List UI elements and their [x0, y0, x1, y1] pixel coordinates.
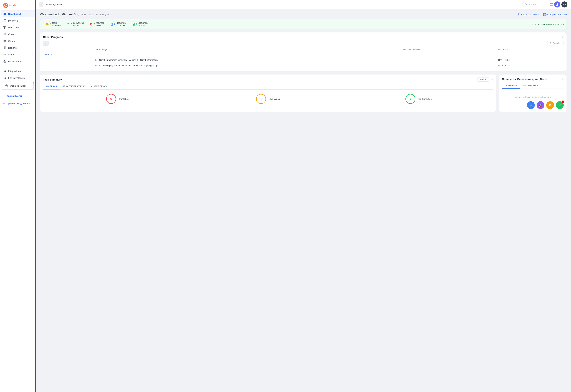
client-name[interactable]: Finance — [43, 52, 93, 57]
sidebar-item-clients[interactable]: Clients ▾ — [0, 31, 35, 38]
sidebar-item-integrations[interactable]: Integrations — [0, 68, 35, 74]
garage-icon — [3, 39, 6, 42]
svg-point-26 — [69, 23, 69, 24]
check-square-icon — [3, 19, 6, 22]
filter-icon — [45, 42, 47, 44]
pct-badge: 0% — [95, 65, 97, 67]
manage-icon — [543, 13, 546, 16]
this-week-label: This Week — [269, 98, 280, 100]
sidebar-item-garage[interactable]: Garage — [0, 38, 35, 44]
topbar-right: Search MB — [522, 1, 567, 7]
svg-point-10 — [5, 33, 6, 34]
refresh-icon[interactable]: ↻ — [561, 35, 564, 39]
comments-title: Comments, Discussions, and Notes — [502, 78, 547, 81]
chevron-down-icon: ▾ — [31, 33, 32, 35]
sidebar-item-reports[interactable]: Reports — [0, 44, 35, 51]
sidebar-item-mywork[interactable]: My Work ▾ — [0, 17, 35, 24]
refresh-icon[interactable]: ↻ — [491, 78, 493, 81]
cp-search[interactable]: Search... — [547, 41, 564, 45]
svg-rect-2 — [5, 13, 6, 14]
notif-doc-actions: 0 documentactions — [129, 21, 151, 28]
sidebar-item-governance[interactable]: Governance ▾ — [0, 58, 35, 65]
help-badge: 1 — [562, 100, 564, 103]
refresh-icon[interactable]: ↻ — [561, 77, 564, 81]
tab-discussions[interactable]: DISCUSSIONS — [520, 83, 541, 89]
last-action: Oct 4, 2024 — [497, 63, 564, 69]
sidebar-label-mywork: My Work — [8, 19, 18, 22]
due-date — [401, 63, 496, 69]
doc-check-icon — [132, 23, 135, 26]
notif-doc-review: 0 documentto review — [107, 21, 129, 28]
client-progress-table: Current Stage Workflow Due Date Last Act… — [43, 47, 564, 69]
main-area: ‹ Monday, October 7 Search MB — [36, 0, 571, 392]
due-date — [401, 57, 496, 63]
view-all-button[interactable]: View all — [477, 77, 489, 82]
svg-rect-20 — [543, 13, 544, 14]
sidebar-item-workflows[interactable]: Workflows — [0, 24, 35, 31]
updates-icon — [5, 84, 8, 87]
cp-search-label: Search... — [553, 42, 561, 44]
fab-lightning[interactable]: ⚡ — [527, 101, 535, 109]
client-progress-card: Client Progress ↻ Search... — [40, 32, 567, 71]
svg-rect-23 — [545, 14, 545, 15]
task-summary-header: Task Summary View all ↻ — [43, 77, 493, 82]
search-icon — [525, 3, 527, 6]
grid-icon — [3, 12, 6, 15]
svg-point-6 — [4, 26, 4, 27]
notif-coworking: 0 co-workinginvites — [64, 21, 87, 28]
sidebar-label-clients: Clients — [8, 33, 15, 36]
past-due-circle: 0 — [106, 94, 116, 104]
sidebar-item-developers[interactable]: For Developers — [0, 74, 35, 81]
col-due: Workflow Due Date — [401, 47, 496, 52]
cp-toolbar: Search... — [43, 41, 564, 46]
sidebar-label-dashboard: Dashboard — [8, 13, 21, 15]
user-name: Michael Brighton — [61, 13, 86, 16]
studio-icon — [3, 53, 6, 56]
message-icon[interactable] — [550, 3, 553, 6]
reset-icon — [518, 13, 520, 16]
integrations-icon — [3, 70, 6, 73]
svg-point-9 — [4, 33, 5, 34]
welcome-time: 12:14 PM Monday, Oct 7 — [89, 13, 112, 16]
reports-icon — [3, 46, 6, 49]
user-badge[interactable]: MB — [561, 1, 567, 7]
sidebar-label-integrations: Integrations — [8, 70, 21, 72]
manage-dashboard-button[interactable]: Manage Dashboard — [543, 13, 567, 16]
sidebar-label-studio: Studio — [8, 53, 15, 56]
avatar[interactable] — [554, 1, 560, 7]
sidebar-item-updates[interactable]: Updates (Blog) — [2, 82, 34, 89]
sidebar-label-garage: Garage — [8, 40, 16, 42]
search-label: Search — [528, 3, 536, 6]
sidebar-item-dashboard[interactable]: Dashboard — [0, 11, 35, 17]
svg-point-7 — [5, 26, 6, 27]
reset-dashboard-button[interactable]: Reset Dashboard — [518, 13, 539, 16]
svg-point-25 — [68, 23, 68, 24]
svg-point-30 — [550, 42, 551, 44]
fab-help[interactable]: ? 1 — [556, 101, 564, 109]
tab-comments[interactable]: COMMENTS — [502, 83, 520, 89]
col-client — [43, 47, 93, 52]
comments-tabs: COMMENTS DISCUSSIONS — [502, 83, 564, 89]
check-circle-icon — [46, 23, 49, 26]
tab-my-tasks[interactable]: MY TASKS — [43, 84, 60, 89]
svg-rect-21 — [545, 13, 545, 14]
chevron-down-icon: ▾ — [31, 54, 32, 56]
svg-rect-19 — [550, 3, 553, 5]
tab-client-tasks[interactable]: CLIENT TASKS — [88, 84, 109, 89]
svg-point-13 — [4, 54, 5, 55]
task-summary-title: Task Summary — [43, 78, 62, 81]
fab-trash[interactable]: 🗑 — [546, 101, 554, 109]
sidebar-label-developers: For Developers — [8, 77, 25, 79]
svg-rect-22 — [543, 14, 544, 15]
notif-message: You do not have any new requests — [526, 23, 564, 26]
fab-rocket[interactable]: 🚀 — [537, 101, 544, 109]
back-button[interactable]: ‹ — [39, 2, 43, 7]
sidebar-item-studio[interactable]: Studio ▾ — [0, 51, 35, 58]
filter-button[interactable] — [43, 41, 49, 46]
client-progress-header: Client Progress ↻ — [43, 35, 564, 39]
search-bar[interactable]: Search — [522, 2, 547, 7]
notif-tasks-review: 0 tasksto review — [43, 21, 64, 28]
tab-bright-ideas[interactable]: BRIGHT IDEAS TASKS — [60, 84, 88, 89]
search-icon — [550, 42, 552, 44]
pct-badge: 0% — [95, 59, 97, 61]
